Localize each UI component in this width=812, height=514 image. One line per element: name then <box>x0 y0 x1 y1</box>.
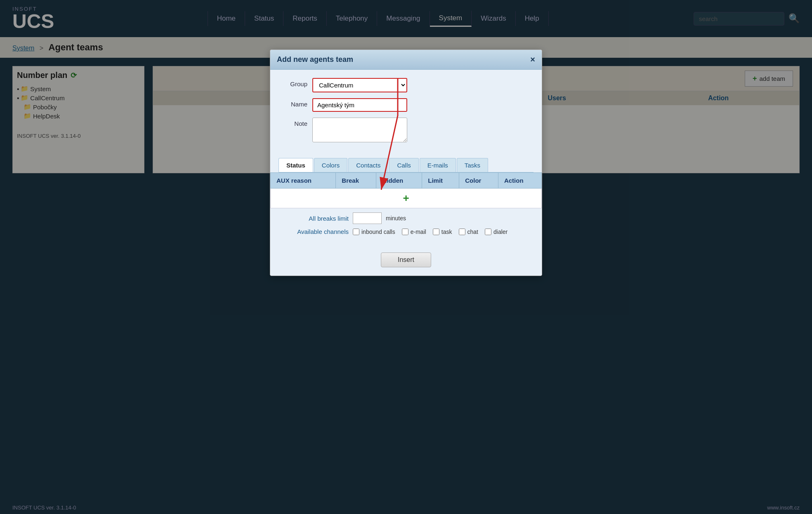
tab-colors[interactable]: Colors <box>314 158 347 172</box>
channel-chat: chat <box>459 229 478 235</box>
modal-close-button[interactable]: × <box>530 55 535 64</box>
bottom-section: All breaks limit minutes Available chann… <box>270 208 542 246</box>
tabs-area: Status Colors Contacts Calls E-mails Tas… <box>270 158 542 172</box>
group-label: Group <box>279 78 307 87</box>
available-channels-label: Available channels <box>279 228 349 235</box>
add-row-button[interactable]: + <box>403 192 409 205</box>
minutes-input[interactable] <box>353 212 382 224</box>
add-row-cell: + <box>271 189 542 208</box>
modal-footer: Insert <box>270 246 542 276</box>
checkbox-chat[interactable] <box>459 229 465 235</box>
channel-task: task <box>433 229 452 235</box>
tab-status[interactable]: Status <box>279 158 313 172</box>
add-agents-team-modal: Add new agents team × Group CallCentrum … <box>270 50 542 276</box>
th-action: Action <box>498 173 541 189</box>
modal-title: Add new agents team <box>277 55 353 64</box>
channel-email: e-mail <box>402 229 426 235</box>
tab-calls[interactable]: Calls <box>389 158 418 172</box>
th-hidden: Hidden <box>376 173 422 189</box>
channels-list: inbound calls e-mail task chat <box>353 229 508 235</box>
group-wrapper: CallCentrum Pobočky HelpDesk <box>312 78 533 92</box>
modal-overlay: Add new agents team × Group CallCentrum … <box>0 0 812 514</box>
tab-tasks[interactable]: Tasks <box>457 158 488 172</box>
checkbox-inbound-calls[interactable] <box>353 229 359 235</box>
minutes-label: minutes <box>386 215 406 222</box>
th-color: Color <box>459 173 498 189</box>
note-wrapper <box>312 118 533 144</box>
channels-row: Available channels inbound calls e-mail … <box>279 228 533 235</box>
form-row-group: Group CallCentrum Pobočky HelpDesk <box>279 78 533 92</box>
th-limit: Limit <box>422 173 459 189</box>
insert-button[interactable]: Insert <box>381 252 431 267</box>
note-textarea[interactable] <box>312 118 407 142</box>
form-row-note: Note <box>279 118 533 144</box>
breaks-limit-label: All breaks limit <box>279 215 349 222</box>
checkbox-email[interactable] <box>402 229 408 235</box>
status-table: AUX reason Break Hidden Limit Color Acti… <box>270 172 542 208</box>
note-label: Note <box>279 118 307 127</box>
th-break: Break <box>336 173 376 189</box>
channel-inbound-calls: inbound calls <box>353 229 395 235</box>
name-input[interactable] <box>312 98 407 112</box>
modal-header: Add new agents team × <box>270 50 542 70</box>
tabs-row: Status Colors Contacts Calls E-mails Tas… <box>279 158 533 172</box>
table-header: AUX reason Break Hidden Limit Color Acti… <box>271 173 542 189</box>
form-row-name: Name <box>279 98 533 112</box>
breaks-limit-row: All breaks limit minutes <box>279 212 533 224</box>
modal-body: Group CallCentrum Pobočky HelpDesk Name <box>270 70 542 158</box>
channel-dialer: dialer <box>485 229 508 235</box>
group-select[interactable]: CallCentrum Pobočky HelpDesk <box>312 78 407 92</box>
th-aux-reason: AUX reason <box>271 173 336 189</box>
table-area: AUX reason Break Hidden Limit Color Acti… <box>270 172 542 208</box>
tab-contacts[interactable]: Contacts <box>348 158 388 172</box>
name-label: Name <box>279 98 307 108</box>
name-wrapper <box>312 98 533 112</box>
checkbox-dialer[interactable] <box>485 229 491 235</box>
tab-emails[interactable]: E-mails <box>420 158 456 172</box>
checkbox-task[interactable] <box>433 229 439 235</box>
add-row: + <box>271 189 542 208</box>
